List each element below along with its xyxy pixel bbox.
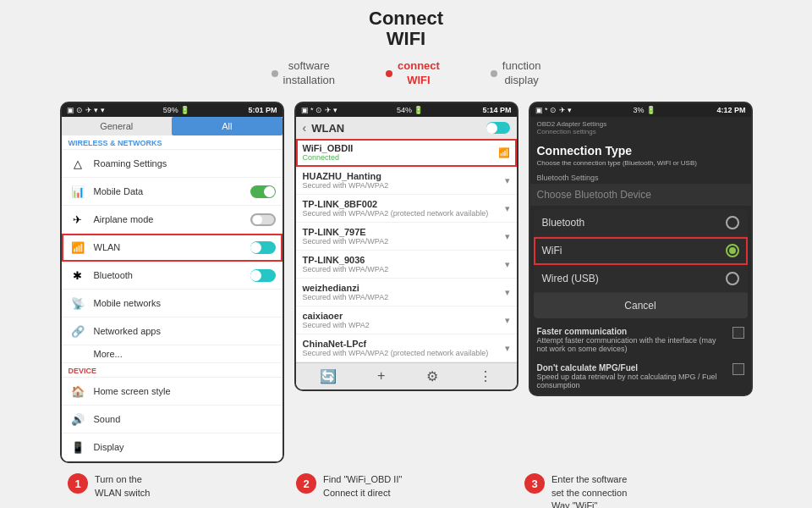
tab-all[interactable]: All: [172, 117, 283, 135]
home-screen-icon: 🏠: [69, 382, 87, 400]
wifi-item-caixi[interactable]: caixiaoer Secured with WPA2 ▾: [296, 306, 517, 334]
settings-display[interactable]: 📱 Display: [62, 433, 283, 461]
phone3-time: 4:12 PM: [716, 106, 745, 114]
phone2-time: 5:14 PM: [482, 106, 511, 114]
wifi-tp3-signal: ▾: [505, 259, 510, 270]
phone1-time: 5:01 PM: [248, 106, 277, 114]
phone-1: ▣ ⊙ ✈ ▾ ▾ 59% 🔋 5:01 PM General All WIRE…: [60, 102, 284, 463]
airplane-toggle[interactable]: [250, 213, 276, 226]
step-1-dot: [272, 70, 278, 77]
wlan-toggle[interactable]: [250, 241, 276, 254]
phone2-screen: ‹ WLAN WiFi_OBDII Connected 📶 HUAZHU_Han…: [296, 117, 517, 389]
wifi-item-tp1[interactable]: TP-LINK_8BF002 Secured with WPA/WPA2 (pr…: [296, 195, 517, 223]
option-bluetooth[interactable]: Bluetooth: [534, 209, 748, 237]
wifi-weizhe-info: weizhedianzi Secured with WPA/WPA2: [303, 283, 505, 301]
page-title: Connect WIFI: [0, 8, 812, 49]
wlan-header-toggle[interactable]: [486, 122, 510, 134]
wifi-chinanet-sub: Secured with WPA/WPA2 (protected network…: [303, 349, 505, 357]
wifi-caixi-name: caixiaoer: [303, 311, 505, 321]
wifi-caixi-signal: ▾: [505, 315, 510, 326]
faster-comm-info: Faster communication Attempt faster comm…: [537, 327, 727, 353]
wifi-item-chinanet[interactable]: ChinaNet-LPcf Secured with WPA/WPA2 (pro…: [296, 334, 517, 362]
no-calc-section: Don't calculate MPG/Fuel Speed up data r…: [530, 358, 751, 395]
bluetooth-toggle[interactable]: [250, 269, 276, 282]
settings-mobile-networks[interactable]: 📡 Mobile networks: [62, 290, 283, 318]
wifi-tp2-sub: Secured with WPA/WPA2: [303, 237, 505, 246]
settings-networked-apps[interactable]: 🔗 Networked apps: [62, 318, 283, 345]
tab-general[interactable]: General: [62, 117, 173, 135]
wifi-tp1-info: TP-LINK_8BF002 Secured with WPA/WPA2 (pr…: [303, 199, 505, 218]
phone3-battery: 3% 🔋: [633, 106, 656, 114]
wifi-obdii-info: WiFi_OBDII Connected: [303, 143, 498, 162]
step-2-label: connectWIFI: [398, 59, 440, 88]
settings-wlan[interactable]: 📶 WLAN: [62, 234, 283, 262]
cancel-button[interactable]: Cancel: [534, 293, 748, 318]
mobile-data-toggle[interactable]: [250, 185, 276, 198]
faster-comm-checkbox[interactable]: [732, 327, 744, 339]
wifi-item-weizhe[interactable]: weizhedianzi Secured with WPA/WPA2 ▾: [296, 279, 517, 306]
bluetooth-radio[interactable]: [726, 216, 739, 229]
wlan-screen-title: WLAN: [311, 122, 480, 135]
refresh-icon[interactable]: 🔄: [320, 368, 337, 384]
faster-comm-sub: Attempt faster communication with the in…: [537, 336, 727, 353]
phone-2: ▣ * ⊙ ✈ ▾ 54% 🔋 5:14 PM ‹ WLAN WiFi_OBDI…: [294, 102, 518, 391]
wired-radio[interactable]: [726, 272, 739, 285]
bluetooth-option-label: Bluetooth: [542, 217, 726, 229]
back-button[interactable]: ‹: [303, 121, 307, 135]
phone1-status-icons: ▣ ⊙ ✈ ▾ ▾: [67, 106, 105, 114]
step-captions: 1 Turn on theWLAN switch 2 Find "WiFi_OB…: [0, 467, 812, 508]
settings-airplane[interactable]: ✈ Airplane mode: [62, 206, 283, 234]
no-calc-checkbox[interactable]: [732, 363, 744, 375]
option-wired[interactable]: Wired (USB): [534, 265, 748, 293]
phone3-status-icons: ▣ * ⊙ ✈ ▾: [535, 106, 573, 114]
wlan-screen-header: ‹ WLAN: [296, 117, 517, 139]
choose-bt-device: Choose Bluetooth Device: [530, 184, 751, 206]
caption-2-text: Find "WiFi_OBD II"Connect it direct: [323, 473, 402, 500]
wifi-tp1-signal: ▾: [505, 203, 510, 214]
phone1-battery: 59% 🔋: [163, 106, 190, 114]
roaming-label: Roaming Settings: [94, 158, 276, 168]
conn-header: OBD2 Adapter Settings Connection setting…: [530, 117, 751, 141]
wifi-item-huazhu[interactable]: HUAZHU_Hanting Secured with WPA/WPA2 ▾: [296, 167, 517, 195]
display-icon: 📱: [69, 438, 87, 456]
more-options-icon[interactable]: ⋮: [479, 368, 492, 384]
page-header: Connect WIFI: [0, 0, 812, 54]
settings-mobile-data[interactable]: 📊 Mobile Data: [62, 178, 283, 206]
wlan-bottom-bar: 🔄 + ⚙ ⋮: [296, 362, 517, 389]
wifi-caixi-info: caixiaoer Secured with WPA2: [303, 311, 505, 329]
caption-1: 1 Turn on theWLAN switch: [68, 473, 288, 508]
wifi-item-obdii[interactable]: WiFi_OBDII Connected 📶: [296, 139, 517, 167]
step-1-circle: 1: [68, 473, 88, 494]
step-2-dot: [386, 70, 392, 77]
connection-type-sub: Choose the connection type (Bluetooth, W…: [530, 159, 751, 172]
caption-2: 2 Find "WiFi_OBD II"Connect it direct: [296, 473, 516, 508]
mobile-data-label: Mobile Data: [94, 186, 250, 196]
bt-settings-label: Bluetooth Settings: [530, 172, 751, 184]
caption-1-text: Turn on theWLAN switch: [95, 473, 150, 500]
no-calc-sub: Speed up data retrieval by not calculati…: [537, 373, 727, 389]
mobile-networks-label: Mobile networks: [94, 298, 276, 308]
option-wifi[interactable]: WiFi: [534, 237, 748, 265]
connection-dialog: Bluetooth WiFi Wired (USB) Cancel: [534, 209, 748, 318]
step-3-label: functiondisplay: [502, 59, 541, 88]
faster-comm-title: Faster communication: [537, 327, 727, 336]
settings-bluetooth[interactable]: ✱ Bluetooth: [62, 262, 283, 290]
step-1: softwareinstallation: [272, 59, 335, 88]
settings-icon[interactable]: ⚙: [426, 368, 438, 384]
settings-sound[interactable]: 🔊 Sound: [62, 406, 283, 433]
more-item[interactable]: More...: [62, 345, 283, 363]
settings-roaming[interactable]: △ Roaming Settings: [62, 150, 283, 178]
wifi-item-tp2[interactable]: TP-LINK_797E Secured with WPA/WPA2 ▾: [296, 223, 517, 251]
wifi-radio[interactable]: [726, 244, 739, 257]
wifi-huazhu-info: HUAZHU_Hanting Secured with WPA/WPA2: [303, 171, 505, 190]
phone2-status-bar: ▣ * ⊙ ✈ ▾ 54% 🔋 5:14 PM: [296, 103, 517, 117]
settings-home-screen[interactable]: 🏠 Home screen style: [62, 378, 283, 406]
bluetooth-icon: ✱: [69, 266, 87, 284]
wifi-caixi-sub: Secured with WPA2: [303, 321, 505, 329]
phone3-status-bar: ▣ * ⊙ ✈ ▾ 3% 🔋 4:12 PM: [530, 103, 751, 117]
add-network-icon[interactable]: +: [377, 368, 385, 384]
caption-3: 3 Enter the softwareset the connectionWa…: [524, 473, 744, 508]
wifi-item-tp3[interactable]: TP-LINK_9036 Secured with WPA/WPA2 ▾: [296, 251, 517, 279]
mobile-networks-icon: 📡: [69, 294, 87, 312]
no-calc-info: Don't calculate MPG/Fuel Speed up data r…: [537, 363, 727, 389]
